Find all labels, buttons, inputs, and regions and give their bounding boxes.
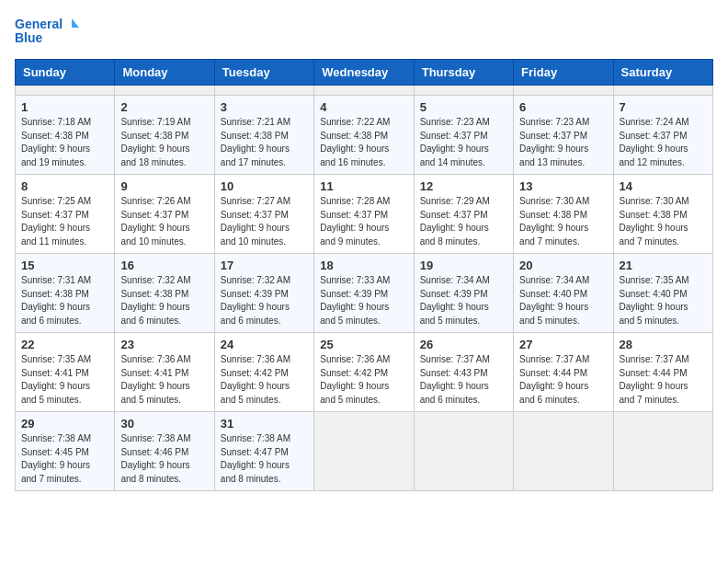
calendar-cell bbox=[514, 86, 613, 96]
day-number: 31 bbox=[221, 417, 308, 431]
calendar-cell: 31Sunrise: 7:38 AMSunset: 4:47 PMDayligh… bbox=[214, 412, 313, 491]
day-info: Sunrise: 7:35 AMSunset: 4:40 PMDaylight:… bbox=[620, 274, 707, 327]
day-info: Sunrise: 7:37 AMSunset: 4:44 PMDaylight:… bbox=[519, 353, 607, 407]
day-number: 8 bbox=[21, 179, 108, 193]
calendar-cell bbox=[314, 412, 414, 491]
day-number: 24 bbox=[221, 338, 308, 351]
day-info: Sunrise: 7:34 AMSunset: 4:40 PMDaylight:… bbox=[519, 274, 607, 327]
weekday-header-saturday: Saturday bbox=[613, 60, 712, 86]
day-number: 9 bbox=[120, 179, 208, 193]
calendar-cell: 5Sunrise: 7:23 AMSunset: 4:37 PMDaylight… bbox=[414, 96, 513, 175]
day-info: Sunrise: 7:21 AMSunset: 4:38 PMDaylight:… bbox=[221, 116, 308, 169]
day-number: 1 bbox=[21, 100, 108, 114]
day-number: 16 bbox=[120, 259, 208, 272]
calendar-cell bbox=[214, 86, 313, 96]
calendar-cell: 17Sunrise: 7:32 AMSunset: 4:39 PMDayligh… bbox=[214, 254, 313, 333]
day-info: Sunrise: 7:33 AMSunset: 4:39 PMDaylight:… bbox=[320, 274, 407, 327]
calendar-cell bbox=[414, 412, 513, 491]
day-number: 29 bbox=[21, 417, 108, 431]
day-number: 27 bbox=[519, 338, 607, 351]
day-info: Sunrise: 7:24 AMSunset: 4:37 PMDaylight:… bbox=[620, 116, 707, 169]
day-number: 23 bbox=[120, 338, 208, 351]
day-info: Sunrise: 7:18 AMSunset: 4:38 PMDaylight:… bbox=[21, 116, 108, 169]
weekday-header-friday: Friday bbox=[514, 60, 613, 86]
day-info: Sunrise: 7:22 AMSunset: 4:38 PMDaylight:… bbox=[320, 116, 407, 169]
day-number: 13 bbox=[519, 179, 607, 193]
calendar-cell: 18Sunrise: 7:33 AMSunset: 4:39 PMDayligh… bbox=[314, 254, 414, 333]
day-number: 22 bbox=[21, 338, 108, 351]
weekday-header-tuesday: Tuesday bbox=[214, 60, 313, 86]
day-number: 20 bbox=[519, 259, 607, 272]
calendar-cell: 29Sunrise: 7:38 AMSunset: 4:45 PMDayligh… bbox=[16, 412, 115, 491]
day-info: Sunrise: 7:30 AMSunset: 4:38 PMDaylight:… bbox=[620, 195, 707, 248]
day-info: Sunrise: 7:30 AMSunset: 4:38 PMDaylight:… bbox=[519, 195, 607, 248]
weekday-header-thursday: Thursday bbox=[414, 60, 513, 86]
day-number: 12 bbox=[420, 179, 507, 193]
day-info: Sunrise: 7:36 AMSunset: 4:41 PMDaylight:… bbox=[120, 353, 208, 407]
calendar-cell: 3Sunrise: 7:21 AMSunset: 4:38 PMDaylight… bbox=[214, 96, 313, 175]
logo-svg: General Blue bbox=[15, 15, 79, 48]
calendar-cell: 9Sunrise: 7:26 AMSunset: 4:37 PMDaylight… bbox=[115, 175, 214, 254]
day-number: 14 bbox=[620, 179, 707, 193]
day-info: Sunrise: 7:23 AMSunset: 4:37 PMDaylight:… bbox=[519, 116, 607, 169]
calendar-cell: 15Sunrise: 7:31 AMSunset: 4:38 PMDayligh… bbox=[16, 254, 115, 333]
day-info: Sunrise: 7:32 AMSunset: 4:39 PMDaylight:… bbox=[221, 274, 308, 327]
day-number: 26 bbox=[420, 338, 507, 351]
day-number: 2 bbox=[120, 100, 208, 114]
day-info: Sunrise: 7:19 AMSunset: 4:38 PMDaylight:… bbox=[120, 116, 208, 169]
weekday-header-sunday: Sunday bbox=[16, 60, 115, 86]
svg-marker-2 bbox=[72, 18, 79, 28]
day-info: Sunrise: 7:38 AMSunset: 4:47 PMDaylight:… bbox=[221, 432, 308, 486]
calendar-cell: 22Sunrise: 7:35 AMSunset: 4:41 PMDayligh… bbox=[16, 333, 115, 412]
weekday-header-wednesday: Wednesday bbox=[314, 60, 414, 86]
svg-text:General: General bbox=[15, 17, 63, 31]
day-info: Sunrise: 7:32 AMSunset: 4:38 PMDaylight:… bbox=[120, 274, 208, 327]
calendar-cell bbox=[16, 86, 115, 96]
day-info: Sunrise: 7:37 AMSunset: 4:44 PMDaylight:… bbox=[620, 353, 707, 407]
calendar-cell: 16Sunrise: 7:32 AMSunset: 4:38 PMDayligh… bbox=[115, 254, 214, 333]
calendar-cell: 2Sunrise: 7:19 AMSunset: 4:38 PMDaylight… bbox=[115, 96, 214, 175]
weekday-header-monday: Monday bbox=[115, 60, 214, 86]
calendar-cell: 25Sunrise: 7:36 AMSunset: 4:42 PMDayligh… bbox=[314, 333, 414, 412]
calendar-cell: 21Sunrise: 7:35 AMSunset: 4:40 PMDayligh… bbox=[613, 254, 712, 333]
calendar-table: SundayMondayTuesdayWednesdayThursdayFrid… bbox=[15, 59, 713, 491]
day-number: 28 bbox=[620, 338, 707, 351]
calendar-cell: 1Sunrise: 7:18 AMSunset: 4:38 PMDaylight… bbox=[16, 96, 115, 175]
day-info: Sunrise: 7:25 AMSunset: 4:37 PMDaylight:… bbox=[21, 195, 108, 248]
calendar-cell: 26Sunrise: 7:37 AMSunset: 4:43 PMDayligh… bbox=[414, 333, 513, 412]
day-number: 11 bbox=[320, 179, 407, 193]
day-number: 3 bbox=[221, 100, 308, 114]
day-number: 6 bbox=[519, 100, 607, 114]
calendar-cell: 23Sunrise: 7:36 AMSunset: 4:41 PMDayligh… bbox=[115, 333, 214, 412]
calendar-cell: 7Sunrise: 7:24 AMSunset: 4:37 PMDaylight… bbox=[613, 96, 712, 175]
page-header: General Blue bbox=[15, 15, 713, 48]
calendar-cell: 20Sunrise: 7:34 AMSunset: 4:40 PMDayligh… bbox=[514, 254, 613, 333]
day-info: Sunrise: 7:31 AMSunset: 4:38 PMDaylight:… bbox=[21, 274, 108, 327]
day-info: Sunrise: 7:35 AMSunset: 4:41 PMDaylight:… bbox=[21, 353, 108, 407]
calendar-cell: 6Sunrise: 7:23 AMSunset: 4:37 PMDaylight… bbox=[514, 96, 613, 175]
day-number: 5 bbox=[420, 100, 507, 114]
day-number: 18 bbox=[320, 259, 407, 272]
day-info: Sunrise: 7:29 AMSunset: 4:37 PMDaylight:… bbox=[420, 195, 507, 248]
calendar-cell bbox=[314, 86, 414, 96]
day-number: 25 bbox=[320, 338, 407, 351]
day-number: 10 bbox=[221, 179, 308, 193]
calendar-cell bbox=[414, 86, 513, 96]
calendar-cell: 8Sunrise: 7:25 AMSunset: 4:37 PMDaylight… bbox=[16, 175, 115, 254]
calendar-cell: 12Sunrise: 7:29 AMSunset: 4:37 PMDayligh… bbox=[414, 175, 513, 254]
day-number: 7 bbox=[620, 100, 707, 114]
day-info: Sunrise: 7:36 AMSunset: 4:42 PMDaylight:… bbox=[320, 353, 407, 407]
calendar-cell: 4Sunrise: 7:22 AMSunset: 4:38 PMDaylight… bbox=[314, 96, 414, 175]
day-number: 17 bbox=[221, 259, 308, 272]
day-info: Sunrise: 7:38 AMSunset: 4:46 PMDaylight:… bbox=[120, 432, 208, 486]
svg-text:Blue: Blue bbox=[15, 30, 43, 45]
day-info: Sunrise: 7:34 AMSunset: 4:39 PMDaylight:… bbox=[420, 274, 507, 327]
calendar-cell: 28Sunrise: 7:37 AMSunset: 4:44 PMDayligh… bbox=[613, 333, 712, 412]
day-number: 21 bbox=[620, 259, 707, 272]
calendar-cell: 27Sunrise: 7:37 AMSunset: 4:44 PMDayligh… bbox=[514, 333, 613, 412]
calendar-cell: 24Sunrise: 7:36 AMSunset: 4:42 PMDayligh… bbox=[214, 333, 313, 412]
day-info: Sunrise: 7:38 AMSunset: 4:45 PMDaylight:… bbox=[21, 432, 108, 486]
calendar-cell: 13Sunrise: 7:30 AMSunset: 4:38 PMDayligh… bbox=[514, 175, 613, 254]
calendar-cell bbox=[613, 412, 712, 491]
day-number: 15 bbox=[21, 259, 108, 272]
